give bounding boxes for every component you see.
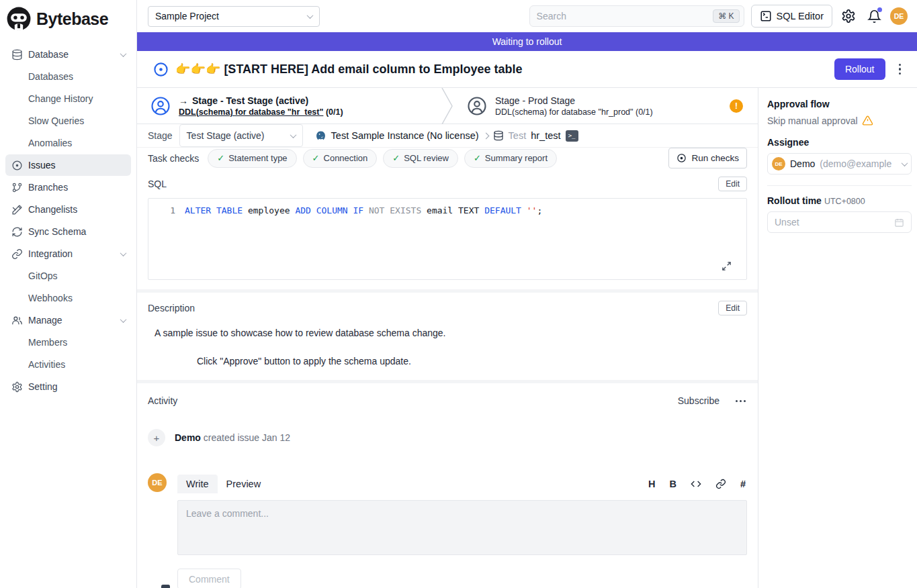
sql-editor[interactable]: 1 ALTER TABLE employee ADD COLUMN IF NOT… (148, 198, 747, 280)
sync-refresh-icon (11, 226, 23, 238)
format-bold-button[interactable]: B (669, 479, 676, 489)
sidebar-item-setting[interactable]: Setting (5, 376, 131, 397)
check-mark-icon: ✓ (392, 153, 400, 163)
check-mark-icon: ✓ (217, 153, 224, 163)
assignee-name: Demo (790, 158, 815, 169)
expand-editor-icon[interactable] (722, 261, 732, 271)
stage-name: Stage - Test Stage (active) (192, 95, 308, 106)
approval-flow-title: Approval flow (767, 99, 912, 109)
check-statement-type[interactable]: ✓Statement type (208, 149, 296, 168)
git-branch-icon (11, 181, 23, 193)
tab-preview[interactable]: Preview (218, 475, 270, 493)
description-line: A sample issue to showcase how to review… (155, 328, 747, 338)
chevron-down-icon (902, 160, 908, 166)
stage-task-count: (0/1) (326, 107, 343, 117)
sidebar-item-sync-schema[interactable]: Sync Schema (5, 221, 131, 242)
check-sql-review[interactable]: ✓SQL review (383, 149, 458, 168)
sidebar-item-members[interactable]: Members (5, 332, 131, 353)
sidebar-item-database[interactable]: Database (5, 44, 131, 65)
sidebar-item-manage[interactable]: Manage (5, 309, 131, 331)
user-avatar[interactable]: DE (890, 7, 908, 25)
approval-flow-value: Skip manual approval (767, 115, 858, 126)
description-line: Click "Approve" button to apply the sche… (197, 356, 747, 366)
sidebar-item-change-history[interactable]: Change History (5, 88, 131, 109)
panel-divider (767, 185, 912, 186)
stage-card-test[interactable]: →Stage - Test Stage (active) DDL(schema)… (137, 88, 441, 124)
format-link-button[interactable] (715, 479, 726, 489)
comment-submit-button[interactable]: Comment (177, 569, 241, 588)
chevron-down-icon (120, 50, 127, 57)
activity-title: Activity (148, 395, 177, 406)
instance-name[interactable]: Test Sample Instance (No license) (331, 130, 479, 141)
database-name[interactable]: hr_test (531, 130, 560, 141)
assignee-block: Assignee DE Demo (demo@example (767, 137, 912, 175)
sql-editor-button[interactable]: SQL Editor (751, 5, 832, 28)
check-mark-icon: ✓ (312, 153, 320, 163)
environment-name: Test (509, 130, 527, 141)
brand-logo[interactable]: Bytebase (0, 0, 136, 40)
comment-avatar: DE (148, 473, 167, 492)
search-input[interactable] (537, 11, 713, 21)
stage-select-label: Stage (148, 130, 173, 141)
project-select-value: Sample Project (155, 11, 219, 21)
settings-gear-button[interactable] (839, 7, 858, 26)
run-checks-target-icon (676, 153, 687, 163)
sidebar-item-gitops[interactable]: GitOps (5, 265, 131, 287)
stage-warning-icon: ! (730, 99, 743, 113)
sidebar-item-activities[interactable]: Activities (5, 354, 131, 375)
sidebar-item-webhooks[interactable]: Webhooks (5, 287, 131, 309)
sidebar-item-anomalies[interactable]: Anomalies (5, 132, 131, 154)
activity-actor[interactable]: Demo (175, 432, 201, 443)
issue-more-menu-button[interactable] (892, 60, 908, 79)
issue-status-icon (153, 62, 169, 77)
search-box[interactable]: ⌘ K (529, 5, 744, 27)
sidebar-item-slow-queries[interactable]: Slow Queries (5, 110, 131, 132)
format-hash-button[interactable]: # (740, 479, 746, 489)
stage-strip: →Stage - Test Stage (active) DDL(schema)… (137, 88, 758, 124)
chevron-down-icon (307, 12, 314, 19)
open-sql-editor-icon[interactable]: >_ (566, 130, 578, 142)
rollout-button[interactable]: Rollout (834, 58, 885, 80)
right-sidebar: Approval flow Skip manual approval Assig… (758, 88, 917, 588)
format-heading-button[interactable]: H (648, 479, 655, 489)
check-connection[interactable]: ✓Connection (303, 149, 378, 168)
stage-task-link[interactable]: DDL(schema) for database "hr_test" (179, 107, 323, 117)
subscribe-button[interactable]: Subscribe (678, 395, 719, 406)
activity-action: created issue Jan 12 (204, 432, 290, 443)
sidebar-item-integration[interactable]: Integration (5, 243, 131, 264)
description-title: Description (148, 303, 195, 313)
plus-icon: + (148, 429, 165, 446)
link-icon (11, 248, 23, 260)
activity-more-menu-button[interactable] (734, 396, 747, 406)
task-checks-row: Task checks ✓Statement type ✓Connection … (137, 148, 758, 168)
sidebar-item-branches[interactable]: Branches (5, 177, 131, 198)
terminal-icon (760, 10, 772, 22)
stage-task: DDL(schema) for database "hr_prod" (495, 107, 634, 117)
stage-select-value: Test Stage (active) (187, 130, 265, 141)
project-select[interactable]: Sample Project (148, 6, 320, 27)
assignee-avatar: DE (772, 157, 785, 170)
sql-edit-button[interactable]: Edit (718, 177, 747, 191)
run-checks-button[interactable]: Run checks (668, 148, 747, 168)
database-cylinder-icon (493, 130, 504, 141)
format-code-button[interactable] (691, 479, 701, 489)
approval-flow-block: Approval flow Skip manual approval (767, 99, 912, 126)
users-icon (11, 314, 23, 326)
sidebar-item-issues[interactable]: Issues (5, 154, 131, 176)
comment-input[interactable] (177, 500, 747, 555)
check-summary-report[interactable]: ✓Summary report (464, 149, 557, 168)
assignee-select[interactable]: DE Demo (demo@example (767, 153, 912, 175)
calendar-icon (894, 217, 904, 228)
notifications-bell-button[interactable] (865, 7, 883, 26)
comment-composer: DE Write Preview H B (148, 473, 747, 588)
stage-card-prod[interactable]: Stage - Prod Stage DDL(schema) for datab… (453, 88, 758, 124)
stage-separator (441, 88, 453, 124)
rollout-time-input[interactable]: Unset (767, 211, 912, 233)
tab-write[interactable]: Write (177, 475, 218, 493)
sidebar-item-databases[interactable]: Databases (5, 66, 131, 87)
stage-select[interactable]: Test Stage (active) (179, 124, 303, 147)
check-mark-icon: ✓ (474, 153, 481, 163)
stage-person-icon-active (150, 96, 171, 116)
description-edit-button[interactable]: Edit (718, 301, 747, 315)
sidebar-item-changelists[interactable]: Changelists (5, 199, 131, 220)
